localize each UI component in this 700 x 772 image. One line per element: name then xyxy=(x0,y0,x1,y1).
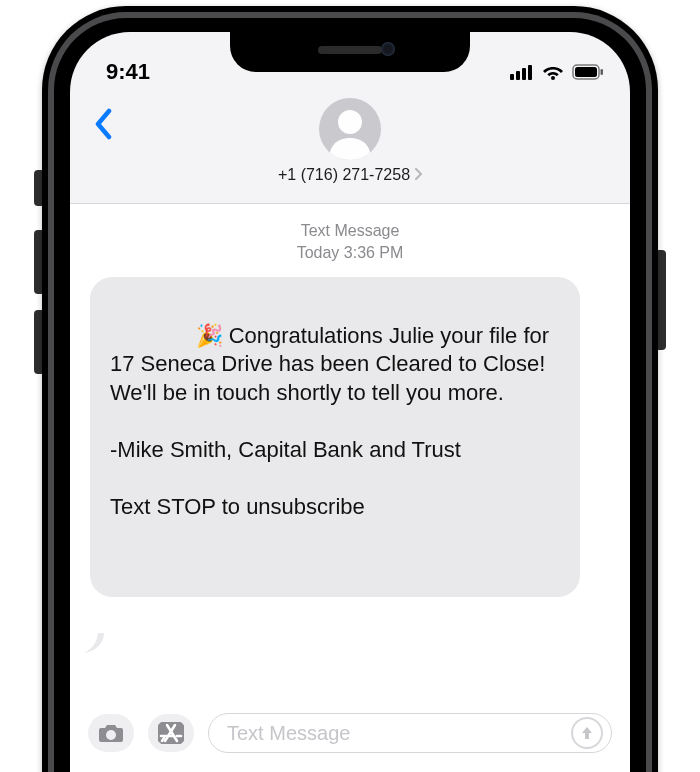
thread-timestamp: Text Message Today 3:36 PM xyxy=(90,220,610,263)
svg-rect-6 xyxy=(575,67,597,77)
conversation-thread: Text Message Today 3:36 PM 🎉 Congratulat… xyxy=(70,204,630,700)
bubble-tail-icon xyxy=(84,575,104,595)
svg-line-15 xyxy=(162,738,164,741)
battery-icon xyxy=(572,64,604,80)
back-button[interactable] xyxy=(84,104,124,144)
send-button[interactable] xyxy=(571,717,603,749)
status-time: 9:41 xyxy=(106,59,150,85)
compose-bar xyxy=(70,700,630,772)
contact-info-button[interactable]: +1 (716) 271-7258 xyxy=(278,166,422,184)
message-day: Today xyxy=(297,244,340,261)
svg-rect-3 xyxy=(528,65,532,80)
conversation-header: +1 (716) 271-7258 xyxy=(70,92,630,204)
contact-avatar[interactable] xyxy=(319,98,381,160)
cellular-signal-icon xyxy=(510,64,534,80)
arrow-up-icon xyxy=(579,725,595,741)
phone-screen: 9:41 xyxy=(70,32,630,772)
message-input-container xyxy=(208,713,612,753)
chevron-left-icon xyxy=(94,108,114,140)
svg-rect-0 xyxy=(510,74,514,80)
phone-frame: 9:41 xyxy=(42,6,658,772)
chevron-right-icon xyxy=(414,166,422,184)
svg-point-8 xyxy=(338,110,362,134)
app-store-icon xyxy=(158,722,184,744)
contact-phone-number: +1 (716) 271-7258 xyxy=(278,166,410,184)
message-input[interactable] xyxy=(225,721,571,746)
svg-rect-2 xyxy=(522,68,526,80)
person-silhouette-icon xyxy=(319,98,381,160)
message-text: 🎉 Congratulations Julie your file for 17… xyxy=(110,323,555,520)
wifi-icon xyxy=(542,64,564,80)
incoming-message-bubble[interactable]: 🎉 Congratulations Julie your file for 17… xyxy=(90,277,580,597)
svg-rect-7 xyxy=(601,69,604,75)
svg-point-4 xyxy=(551,76,555,80)
svg-rect-1 xyxy=(516,71,520,80)
status-bar: 9:41 xyxy=(70,32,630,92)
svg-point-9 xyxy=(106,730,116,740)
message-time: 3:36 PM xyxy=(344,244,404,261)
message-type-label: Text Message xyxy=(90,220,610,242)
camera-button[interactable] xyxy=(88,714,134,752)
app-store-button[interactable] xyxy=(148,714,194,752)
camera-icon xyxy=(98,722,124,744)
